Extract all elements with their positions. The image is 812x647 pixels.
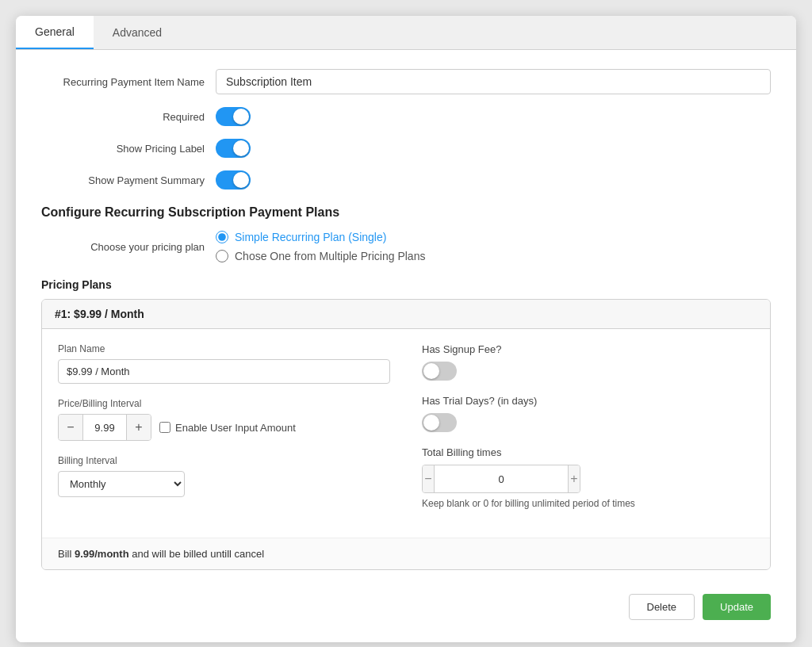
configure-heading: Configure Recurring Subscription Payment…: [41, 205, 771, 220]
show-pricing-toggle-knob: [233, 140, 249, 156]
tab-advanced[interactable]: Advanced: [94, 16, 181, 49]
recurring-name-row: Recurring Payment Item Name: [41, 69, 771, 94]
billing-interval-field-label: Billing Interval: [58, 455, 390, 466]
billing-times-decrement-button[interactable]: −: [423, 465, 434, 492]
pricing-plan-option-simple-label: Simple Recurring Plan (Single): [235, 231, 386, 243]
total-billing-times-group: Total Billing times − + Keep blank or 0 …: [422, 446, 754, 509]
recurring-name-label: Recurring Payment Item Name: [41, 76, 216, 88]
show-pricing-label: Show Pricing Label: [41, 143, 216, 155]
plan-card-1: #1: $9.99 / Month Plan Name Price/Billin…: [41, 299, 771, 570]
has-trial-days-group: Has Trial Days? (in days): [422, 395, 754, 432]
total-billing-times-label: Total Billing times: [422, 446, 754, 458]
plan-name-group: Plan Name: [58, 343, 390, 384]
price-decrement-button[interactable]: −: [59, 415, 82, 440]
has-signup-fee-toggle-track: [422, 362, 457, 381]
enable-user-input-label-wrapper[interactable]: Enable User Input Amount: [159, 422, 296, 434]
billing-times-increment-button[interactable]: +: [569, 465, 580, 492]
price-stepper-value[interactable]: [82, 415, 127, 440]
plan-right-col: Has Signup Fee? Has Trial Days? (in days…: [422, 343, 754, 523]
show-pricing-toggle[interactable]: [216, 139, 251, 158]
billing-times-stepper-value[interactable]: [434, 465, 569, 492]
has-trial-days-label: Has Trial Days? (in days): [422, 395, 754, 407]
has-signup-fee-group: Has Signup Fee?: [422, 343, 754, 381]
pricing-plan-option-multiple[interactable]: Chose One from Multiple Pricing Plans: [216, 250, 425, 262]
pricing-plans-label: Pricing Plans: [41, 278, 771, 291]
required-toggle-knob: [233, 109, 249, 124]
show-pricing-row: Show Pricing Label: [41, 139, 771, 158]
has-signup-fee-label: Has Signup Fee?: [422, 343, 754, 355]
required-toggle-track: [216, 107, 251, 126]
price-billing-group: Price/Billing Interval − + Enable User I…: [58, 398, 390, 441]
recurring-name-input[interactable]: [216, 69, 771, 94]
recurring-name-control: [216, 69, 771, 94]
update-button[interactable]: Update: [703, 594, 771, 620]
pricing-plan-choice-label: Choose your pricing plan: [41, 241, 216, 253]
plan-card-body: Plan Name Price/Billing Interval − +: [42, 329, 770, 538]
show-payment-summary-label: Show Payment Summary: [41, 174, 216, 186]
price-increment-button[interactable]: +: [127, 415, 151, 440]
price-billing-field-label: Price/Billing Interval: [58, 398, 390, 409]
pricing-plan-options: Simple Recurring Plan (Single) Chose One…: [216, 231, 425, 262]
pricing-plans-section: Pricing Plans #1: $9.99 / Month Plan Nam…: [41, 278, 771, 570]
pricing-plan-option-multiple-label: Chose One from Multiple Pricing Plans: [235, 250, 425, 262]
pricing-plan-option-simple[interactable]: Simple Recurring Plan (Single): [216, 231, 425, 243]
price-stepper: − +: [58, 414, 151, 441]
show-payment-summary-toggle-track: [216, 170, 251, 190]
billing-interval-select[interactable]: Daily Weekly Monthly Yearly: [58, 471, 185, 497]
plan-card-header: #1: $9.99 / Month: [42, 300, 770, 329]
show-pricing-toggle-track: [216, 139, 251, 158]
plan-left-col: Plan Name Price/Billing Interval − +: [58, 343, 390, 523]
has-signup-fee-toggle-knob: [423, 363, 439, 379]
plan-card-footer-bold: 9.99/month: [75, 548, 129, 560]
action-buttons: Delete Update: [41, 586, 771, 623]
has-signup-fee-toggle[interactable]: [422, 362, 457, 381]
show-payment-summary-row: Show Payment Summary: [41, 170, 771, 190]
show-payment-summary-toggle-knob: [233, 172, 249, 188]
plan-name-field-label: Plan Name: [58, 343, 390, 354]
plan-name-input[interactable]: [58, 359, 390, 384]
delete-button[interactable]: Delete: [629, 594, 695, 620]
tab-content-general: Recurring Payment Item Name Required Sho…: [16, 50, 796, 642]
billing-hint: Keep blank or 0 for billing unlimited pe…: [422, 498, 754, 509]
billing-times-stepper: − +: [422, 465, 580, 493]
plan-card-footer: Bill 9.99/month and will be billed until…: [42, 538, 770, 569]
required-label: Required: [41, 111, 216, 123]
tab-bar: General Advanced: [16, 16, 796, 50]
required-row: Required: [41, 107, 771, 126]
show-payment-summary-toggle[interactable]: [216, 170, 251, 190]
has-trial-days-toggle-track: [422, 413, 457, 432]
has-trial-days-toggle[interactable]: [422, 413, 457, 432]
pricing-plan-choice-row: Choose your pricing plan Simple Recurrin…: [41, 231, 771, 262]
tab-general[interactable]: General: [16, 16, 94, 49]
enable-user-input-label: Enable User Input Amount: [175, 422, 296, 434]
main-window: General Advanced Recurring Payment Item …: [16, 16, 796, 642]
price-billing-row: − + Enable User Input Amount: [58, 414, 390, 441]
billing-interval-group: Billing Interval Daily Weekly Monthly Ye…: [58, 455, 390, 497]
has-trial-days-toggle-knob: [423, 415, 439, 431]
required-toggle[interactable]: [216, 107, 251, 126]
enable-user-input-checkbox[interactable]: [159, 422, 170, 433]
